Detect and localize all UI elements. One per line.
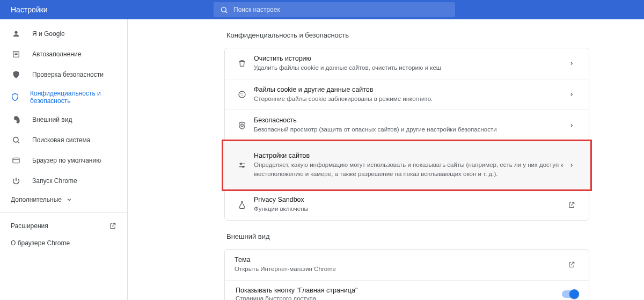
open-external-icon xyxy=(565,261,578,268)
chevron-right-icon xyxy=(565,61,578,66)
appearance-card: Тема Открыть Интернет-магазин Chrome Пок… xyxy=(224,249,589,300)
sidebar-item-you-google[interactable]: Я и Google xyxy=(0,24,127,44)
settings-search-input[interactable] xyxy=(233,6,449,13)
shield-globe-icon xyxy=(233,121,251,130)
sidebar-item-appearance[interactable]: Внешний вид xyxy=(0,109,127,130)
section-title-privacy: Конфиденциальность и безопасность xyxy=(226,31,589,39)
open-external-icon xyxy=(109,222,116,230)
main-content: Конфиденциальность и безопасность Очисти… xyxy=(128,19,644,300)
sidebar-item-label: Конфиденциальность и безопасность xyxy=(30,90,116,105)
header-title: Настройки xyxy=(0,5,214,14)
open-external-icon xyxy=(565,201,578,209)
svg-point-14 xyxy=(241,124,244,127)
sidebar-item-label: Внешний вид xyxy=(32,116,72,123)
header-bar: Настройки xyxy=(0,0,644,19)
sidebar-item-label: Браузер по умолчанию xyxy=(32,157,101,164)
settings-search[interactable] xyxy=(214,2,455,17)
row-subtitle: Страница быстрого доступа xyxy=(236,295,562,300)
sidebar-item-label: Я и Google xyxy=(32,30,65,38)
brush-icon xyxy=(11,114,21,125)
sidebar-about[interactable]: О браузере Chrome xyxy=(0,235,127,252)
svg-point-0 xyxy=(222,7,226,12)
section-title-appearance: Внешний вид xyxy=(226,232,589,240)
svg-line-1 xyxy=(225,11,227,13)
window-icon xyxy=(11,155,21,166)
row-title: Privacy Sandbox xyxy=(254,196,565,203)
sidebar: Я и Google Автозаполнение Проверка безоп… xyxy=(0,19,128,300)
row-subtitle: Определяет, какую информацию могут испол… xyxy=(254,160,565,178)
sidebar-item-autofill[interactable]: Автозаполнение xyxy=(0,44,127,64)
svg-point-18 xyxy=(243,166,244,167)
row-title: Показывать кнопку "Главная страница" xyxy=(236,287,562,294)
chevron-right-icon xyxy=(565,163,578,168)
sidebar-item-privacy[interactable]: Конфиденциальность и безопасность xyxy=(0,85,127,109)
row-title: Очистить историю xyxy=(254,55,565,62)
toggle-home-button[interactable] xyxy=(562,290,578,298)
sliders-icon xyxy=(233,161,251,170)
row-subtitle: Функции включены xyxy=(254,204,565,214)
search-icon xyxy=(220,6,228,14)
flask-icon xyxy=(233,201,251,209)
svg-point-13 xyxy=(241,95,243,96)
row-subtitle: Сторонние файлы cookie заблокированы в р… xyxy=(254,94,565,104)
row-cookies[interactable]: Файлы cookie и другие данные сайтов Стор… xyxy=(225,79,589,111)
row-theme[interactable]: Тема Открыть Интернет-магазин Chrome xyxy=(225,250,589,281)
sidebar-about-label: О браузере Chrome xyxy=(11,239,70,247)
sidebar-item-label: Автозаполнение xyxy=(32,50,81,58)
sidebar-item-startup[interactable]: Запуск Chrome xyxy=(0,171,127,191)
row-subtitle: Удалить файлы cookie и данные сайтов, оч… xyxy=(254,63,565,72)
trash-icon xyxy=(233,59,251,68)
sidebar-item-label: Запуск Chrome xyxy=(32,177,77,185)
sidebar-extensions-label: Расширения xyxy=(11,222,48,230)
row-title: Безопасность xyxy=(254,116,565,124)
row-clear-history[interactable]: Очистить историю Удалить файлы cookie и … xyxy=(225,48,589,79)
row-site-settings[interactable]: Настройки сайтов Определяет, какую инфор… xyxy=(223,141,590,189)
sidebar-item-label: Проверка безопасности xyxy=(32,71,104,78)
svg-point-10 xyxy=(239,91,245,98)
row-privacy-sandbox[interactable]: Privacy Sandbox Функции включены xyxy=(225,189,589,220)
row-title: Тема xyxy=(235,256,565,264)
person-icon xyxy=(11,28,21,39)
sidebar-extensions[interactable]: Расширения xyxy=(0,217,127,235)
sidebar-divider xyxy=(0,213,127,213)
svg-point-17 xyxy=(240,163,242,165)
search-icon xyxy=(11,135,21,145)
sidebar-more-label: Дополнительные xyxy=(11,196,62,203)
svg-point-11 xyxy=(240,93,241,94)
privacy-card: Очистить историю Удалить файлы cookie и … xyxy=(224,48,589,221)
power-icon xyxy=(11,175,21,186)
chevron-right-icon xyxy=(565,92,578,97)
svg-rect-8 xyxy=(13,158,19,163)
shield-icon xyxy=(11,92,19,103)
list-icon xyxy=(11,49,21,60)
svg-line-7 xyxy=(18,142,19,143)
row-title: Настройки сайтов xyxy=(254,152,565,159)
svg-point-2 xyxy=(14,31,17,34)
svg-point-6 xyxy=(13,137,18,142)
shield-check-icon xyxy=(11,69,21,80)
sidebar-item-search-engine[interactable]: Поисковая система xyxy=(0,130,127,150)
sidebar-item-default-browser[interactable]: Браузер по умолчанию xyxy=(0,150,127,171)
sidebar-more-toggle[interactable]: Дополнительные xyxy=(0,191,127,208)
chevron-right-icon xyxy=(565,123,578,128)
chevron-down-icon xyxy=(66,196,72,203)
sidebar-item-safety-check[interactable]: Проверка безопасности xyxy=(0,64,127,85)
row-title: Файлы cookie и другие данные сайтов xyxy=(254,86,565,93)
sidebar-item-label: Поисковая система xyxy=(32,136,90,144)
row-home-button: Показывать кнопку "Главная страница" Стр… xyxy=(225,281,589,300)
row-security[interactable]: Безопасность Безопасный просмотр (защита… xyxy=(225,110,589,141)
row-subtitle: Открыть Интернет-магазин Chrome xyxy=(235,265,565,274)
cookie-icon xyxy=(233,90,251,99)
svg-point-12 xyxy=(243,93,244,94)
row-subtitle: Безопасный просмотр (защита от опасных с… xyxy=(254,125,565,134)
